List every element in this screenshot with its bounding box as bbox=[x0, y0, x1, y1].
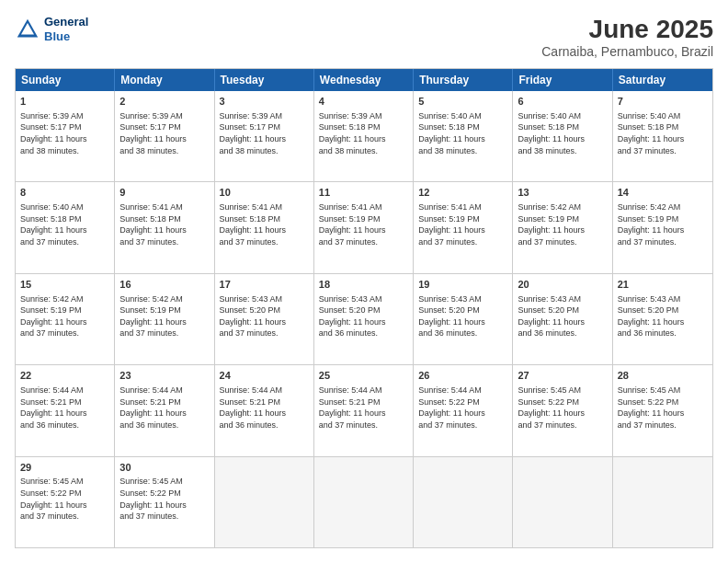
cell-info: Sunrise: 5:43 AM Sunset: 5:20 PM Dayligh… bbox=[518, 293, 607, 339]
cell-info: Sunrise: 5:45 AM Sunset: 5:22 PM Dayligh… bbox=[518, 385, 607, 431]
cell-day-2: 2Sunrise: 5:39 AM Sunset: 5:17 PM Daylig… bbox=[115, 91, 214, 181]
cell-day-3: 3Sunrise: 5:39 AM Sunset: 5:17 PM Daylig… bbox=[215, 91, 314, 181]
cell-info: Sunrise: 5:40 AM Sunset: 5:18 PM Dayligh… bbox=[518, 110, 607, 156]
cell-info: Sunrise: 5:39 AM Sunset: 5:17 PM Dayligh… bbox=[119, 110, 209, 156]
day-header-thursday: Thursday bbox=[414, 69, 513, 91]
location: Carnaiba, Pernambuco, Brazil bbox=[541, 44, 713, 59]
day-number: 1 bbox=[20, 95, 109, 109]
cell-day-5: 5Sunrise: 5:40 AM Sunset: 5:18 PM Daylig… bbox=[414, 91, 513, 181]
cell-day-10: 10Sunrise: 5:41 AM Sunset: 5:18 PM Dayli… bbox=[215, 182, 314, 272]
day-number: 7 bbox=[618, 95, 708, 109]
cell-day-4: 4Sunrise: 5:39 AM Sunset: 5:18 PM Daylig… bbox=[314, 91, 414, 181]
day-number: 6 bbox=[518, 95, 607, 109]
day-number: 11 bbox=[319, 186, 408, 200]
calendar-header: SundayMondayTuesdayWednesdayThursdayFrid… bbox=[16, 69, 712, 91]
header: General Blue June 2025 Carnaiba, Pernamb… bbox=[15, 15, 713, 59]
cell-day-13: 13Sunrise: 5:42 AM Sunset: 5:19 PM Dayli… bbox=[513, 182, 612, 272]
day-number: 9 bbox=[119, 186, 209, 200]
cell-empty bbox=[314, 457, 414, 547]
cell-day-20: 20Sunrise: 5:43 AM Sunset: 5:20 PM Dayli… bbox=[513, 274, 612, 364]
cell-day-22: 22Sunrise: 5:44 AM Sunset: 5:21 PM Dayli… bbox=[16, 365, 115, 455]
cell-day-7: 7Sunrise: 5:40 AM Sunset: 5:18 PM Daylig… bbox=[613, 91, 712, 181]
day-header-friday: Friday bbox=[513, 69, 612, 91]
cell-info: Sunrise: 5:43 AM Sunset: 5:20 PM Dayligh… bbox=[220, 293, 309, 339]
cell-day-25: 25Sunrise: 5:44 AM Sunset: 5:21 PM Dayli… bbox=[314, 365, 414, 455]
calendar-row-4: 29Sunrise: 5:45 AM Sunset: 5:22 PM Dayli… bbox=[16, 456, 712, 547]
cell-day-1: 1Sunrise: 5:39 AM Sunset: 5:17 PM Daylig… bbox=[16, 91, 115, 181]
day-number: 26 bbox=[418, 369, 507, 383]
cell-info: Sunrise: 5:40 AM Sunset: 5:18 PM Dayligh… bbox=[418, 110, 507, 156]
cell-info: Sunrise: 5:44 AM Sunset: 5:21 PM Dayligh… bbox=[119, 385, 209, 431]
cell-info: Sunrise: 5:41 AM Sunset: 5:19 PM Dayligh… bbox=[319, 201, 408, 247]
day-number: 29 bbox=[20, 461, 109, 475]
cell-day-11: 11Sunrise: 5:41 AM Sunset: 5:19 PM Dayli… bbox=[314, 182, 414, 272]
cell-info: Sunrise: 5:43 AM Sunset: 5:20 PM Dayligh… bbox=[319, 293, 408, 339]
cell-info: Sunrise: 5:42 AM Sunset: 5:19 PM Dayligh… bbox=[20, 293, 109, 339]
cell-info: Sunrise: 5:42 AM Sunset: 5:19 PM Dayligh… bbox=[518, 201, 607, 247]
cell-empty bbox=[215, 457, 314, 547]
cell-info: Sunrise: 5:41 AM Sunset: 5:18 PM Dayligh… bbox=[119, 201, 209, 247]
day-number: 28 bbox=[618, 369, 708, 383]
logo: General Blue bbox=[15, 15, 88, 43]
cell-day-21: 21Sunrise: 5:43 AM Sunset: 5:20 PM Dayli… bbox=[613, 274, 712, 364]
cell-info: Sunrise: 5:39 AM Sunset: 5:17 PM Dayligh… bbox=[20, 110, 109, 156]
day-number: 15 bbox=[20, 278, 109, 292]
cell-day-29: 29Sunrise: 5:45 AM Sunset: 5:22 PM Dayli… bbox=[16, 457, 115, 547]
cell-day-14: 14Sunrise: 5:42 AM Sunset: 5:19 PM Dayli… bbox=[613, 182, 712, 272]
cell-day-19: 19Sunrise: 5:43 AM Sunset: 5:20 PM Dayli… bbox=[414, 274, 513, 364]
day-number: 23 bbox=[119, 369, 209, 383]
page: { "header": { "logo_line1": "General", "… bbox=[0, 0, 728, 563]
cell-info: Sunrise: 5:42 AM Sunset: 5:19 PM Dayligh… bbox=[119, 293, 209, 339]
day-number: 18 bbox=[319, 278, 408, 292]
cell-day-18: 18Sunrise: 5:43 AM Sunset: 5:20 PM Dayli… bbox=[314, 274, 414, 364]
cell-info: Sunrise: 5:39 AM Sunset: 5:18 PM Dayligh… bbox=[319, 110, 408, 156]
day-header-wednesday: Wednesday bbox=[314, 69, 414, 91]
day-number: 2 bbox=[119, 95, 209, 109]
cell-day-8: 8Sunrise: 5:40 AM Sunset: 5:18 PM Daylig… bbox=[16, 182, 115, 272]
day-number: 30 bbox=[119, 461, 209, 475]
cell-day-12: 12Sunrise: 5:41 AM Sunset: 5:19 PM Dayli… bbox=[414, 182, 513, 272]
logo-text: General Blue bbox=[44, 15, 88, 43]
cell-info: Sunrise: 5:41 AM Sunset: 5:19 PM Dayligh… bbox=[418, 201, 507, 247]
cell-empty bbox=[513, 457, 612, 547]
cell-info: Sunrise: 5:45 AM Sunset: 5:22 PM Dayligh… bbox=[618, 385, 708, 431]
title-section: June 2025 Carnaiba, Pernambuco, Brazil bbox=[541, 15, 713, 59]
cell-info: Sunrise: 5:41 AM Sunset: 5:18 PM Dayligh… bbox=[220, 201, 309, 247]
cell-info: Sunrise: 5:44 AM Sunset: 5:21 PM Dayligh… bbox=[20, 385, 109, 431]
day-number: 24 bbox=[220, 369, 309, 383]
day-header-sunday: Sunday bbox=[16, 69, 115, 91]
day-header-monday: Monday bbox=[115, 69, 214, 91]
cell-empty bbox=[613, 457, 712, 547]
day-number: 25 bbox=[319, 369, 408, 383]
calendar: SundayMondayTuesdayWednesdayThursdayFrid… bbox=[15, 68, 713, 548]
cell-day-17: 17Sunrise: 5:43 AM Sunset: 5:20 PM Dayli… bbox=[215, 274, 314, 364]
cell-info: Sunrise: 5:43 AM Sunset: 5:20 PM Dayligh… bbox=[618, 293, 708, 339]
cell-day-23: 23Sunrise: 5:44 AM Sunset: 5:21 PM Dayli… bbox=[115, 365, 214, 455]
cell-day-27: 27Sunrise: 5:45 AM Sunset: 5:22 PM Dayli… bbox=[513, 365, 612, 455]
cell-info: Sunrise: 5:40 AM Sunset: 5:18 PM Dayligh… bbox=[618, 110, 708, 156]
day-number: 8 bbox=[20, 186, 109, 200]
calendar-row-3: 22Sunrise: 5:44 AM Sunset: 5:21 PM Dayli… bbox=[16, 364, 712, 455]
cell-info: Sunrise: 5:45 AM Sunset: 5:22 PM Dayligh… bbox=[20, 476, 109, 522]
cell-info: Sunrise: 5:40 AM Sunset: 5:18 PM Dayligh… bbox=[20, 201, 109, 247]
day-number: 21 bbox=[618, 278, 708, 292]
cell-info: Sunrise: 5:42 AM Sunset: 5:19 PM Dayligh… bbox=[618, 201, 708, 247]
cell-day-6: 6Sunrise: 5:40 AM Sunset: 5:18 PM Daylig… bbox=[513, 91, 612, 181]
day-number: 22 bbox=[20, 369, 109, 383]
cell-day-26: 26Sunrise: 5:44 AM Sunset: 5:22 PM Dayli… bbox=[414, 365, 513, 455]
cell-day-16: 16Sunrise: 5:42 AM Sunset: 5:19 PM Dayli… bbox=[115, 274, 214, 364]
calendar-row-1: 8Sunrise: 5:40 AM Sunset: 5:18 PM Daylig… bbox=[16, 181, 712, 272]
calendar-body: 1Sunrise: 5:39 AM Sunset: 5:17 PM Daylig… bbox=[16, 91, 712, 547]
cell-day-9: 9Sunrise: 5:41 AM Sunset: 5:18 PM Daylig… bbox=[115, 182, 214, 272]
cell-info: Sunrise: 5:44 AM Sunset: 5:21 PM Dayligh… bbox=[220, 385, 309, 431]
day-number: 3 bbox=[220, 95, 309, 109]
day-number: 20 bbox=[518, 278, 607, 292]
day-number: 4 bbox=[319, 95, 408, 109]
cell-empty bbox=[414, 457, 513, 547]
cell-day-15: 15Sunrise: 5:42 AM Sunset: 5:19 PM Dayli… bbox=[16, 274, 115, 364]
calendar-row-0: 1Sunrise: 5:39 AM Sunset: 5:17 PM Daylig… bbox=[16, 91, 712, 181]
cell-info: Sunrise: 5:44 AM Sunset: 5:21 PM Dayligh… bbox=[319, 385, 408, 431]
day-header-saturday: Saturday bbox=[613, 69, 712, 91]
logo-icon bbox=[15, 17, 40, 42]
day-number: 12 bbox=[418, 186, 507, 200]
